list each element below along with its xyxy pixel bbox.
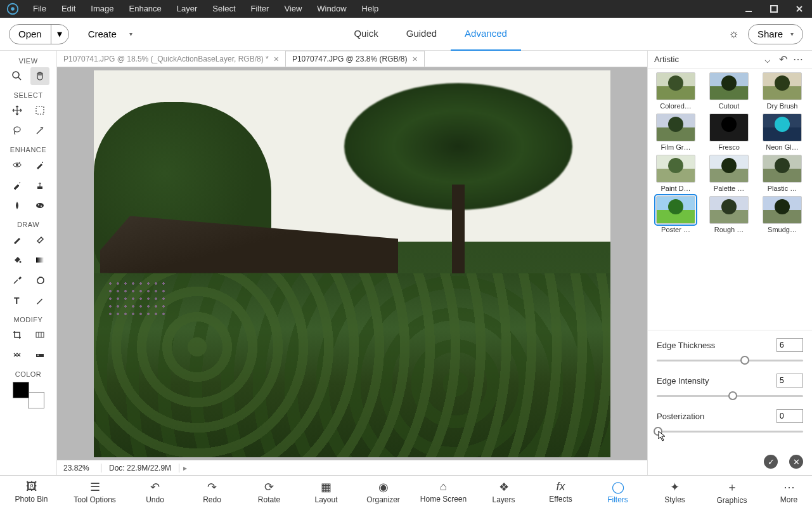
toolbox-section-enhance: ENHANCE bbox=[10, 146, 46, 153]
status-menu[interactable]: ▸ bbox=[179, 464, 191, 472]
foreground-color[interactable] bbox=[13, 382, 29, 398]
bottom-tool-options[interactable]: ☰Tool Options bbox=[63, 476, 127, 508]
bottom-rotate[interactable]: ⟳Rotate bbox=[241, 476, 298, 508]
create-button[interactable]: Create ▾ bbox=[88, 29, 132, 39]
lasso-tool[interactable] bbox=[8, 122, 27, 140]
filter-rough-pastels[interactable]: Rough … bbox=[705, 196, 753, 233]
bottom-styles[interactable]: ✦Styles bbox=[647, 476, 704, 508]
close-icon[interactable]: × bbox=[412, 54, 417, 64]
filter-film-grain[interactable]: Film Gr… bbox=[652, 114, 700, 151]
bottom-graphics[interactable]: ＋Graphics bbox=[704, 476, 761, 508]
panel-menu-icon[interactable]: ⋯ bbox=[790, 53, 806, 65]
brightness-icon[interactable]: ☼ bbox=[728, 27, 739, 41]
paint-bucket-tool[interactable] bbox=[8, 251, 27, 269]
blur-tool[interactable] bbox=[8, 197, 27, 214]
zoom-tool[interactable] bbox=[8, 67, 27, 85]
edge-intensity-slider[interactable] bbox=[657, 391, 803, 400]
bottom-redo[interactable]: ↷Redo bbox=[184, 476, 241, 508]
move-tool[interactable] bbox=[8, 101, 27, 119]
spot-heal-tool[interactable] bbox=[30, 156, 49, 174]
sponge-tool[interactable] bbox=[30, 197, 49, 214]
svg-rect-5 bbox=[36, 107, 44, 114]
magic-wand-tool[interactable] bbox=[30, 122, 49, 140]
maximize-button[interactable] bbox=[761, 0, 787, 18]
zoom-level[interactable]: 23.82% bbox=[57, 464, 101, 472]
cancel-button[interactable]: ✕ bbox=[789, 455, 803, 469]
tab-guided[interactable]: Guided bbox=[392, 18, 451, 51]
menu-image[interactable]: Image bbox=[83, 0, 121, 18]
menu-edit[interactable]: Edit bbox=[54, 0, 83, 18]
menu-view[interactable]: View bbox=[276, 0, 309, 18]
bottom-layout[interactable]: ▦Layout bbox=[298, 476, 355, 508]
brush-tool[interactable] bbox=[8, 231, 27, 249]
close-icon[interactable]: × bbox=[274, 54, 279, 64]
text-tool[interactable]: T bbox=[8, 292, 27, 309]
menu-filter[interactable]: Filter bbox=[243, 0, 277, 18]
filter-colored-pencil[interactable]: Colored… bbox=[652, 72, 700, 110]
bottom-effects[interactable]: fxEffects bbox=[532, 476, 590, 508]
menu-window[interactable]: Window bbox=[309, 0, 354, 18]
filter-plastic-wrap[interactable]: Plastic … bbox=[758, 155, 806, 192]
chevron-down-icon[interactable]: ⌵ bbox=[760, 53, 775, 65]
smart-brush-tool[interactable] bbox=[8, 176, 27, 194]
edge-thickness-slider[interactable] bbox=[657, 356, 803, 365]
filter-category-dropdown[interactable]: Artistic bbox=[654, 55, 760, 64]
filter-paint-daubs[interactable]: Paint D… bbox=[652, 155, 700, 192]
minimize-button[interactable] bbox=[736, 0, 761, 18]
bottom-home-screen[interactable]: ⌂Home Screen bbox=[412, 476, 475, 508]
sliders-icon: ☰ bbox=[90, 480, 100, 494]
menu-help[interactable]: Help bbox=[354, 0, 387, 18]
bottom-organizer[interactable]: ◉Organizer bbox=[355, 476, 412, 508]
share-button[interactable]: Share ▾ bbox=[748, 24, 803, 44]
tab-advanced[interactable]: Advanced bbox=[451, 18, 521, 51]
edge-intensity-input[interactable] bbox=[777, 374, 803, 388]
close-button[interactable] bbox=[787, 0, 812, 18]
document-tab[interactable]: P1070747.JPG @ 23.8% (RGB/8) × bbox=[285, 51, 425, 67]
filter-dry-brush[interactable]: Dry Brush bbox=[758, 72, 806, 110]
bottom-layers[interactable]: ❖Layers bbox=[475, 476, 532, 508]
edge-thickness-input[interactable] bbox=[777, 338, 803, 352]
reset-icon[interactable]: ↶ bbox=[775, 53, 790, 65]
gradient-tool[interactable] bbox=[30, 251, 49, 269]
content-aware-move-tool[interactable] bbox=[8, 346, 27, 364]
filter-poster-edges[interactable]: Poster … bbox=[652, 196, 700, 233]
hand-tool[interactable] bbox=[30, 67, 49, 85]
color-swatch[interactable] bbox=[13, 382, 44, 408]
svg-rect-10 bbox=[37, 186, 42, 189]
bottom-filters[interactable]: ◯Filters bbox=[590, 476, 647, 508]
menu-select[interactable]: Select bbox=[205, 0, 243, 18]
straighten-tool[interactable] bbox=[30, 346, 49, 364]
toolbar-right: ☼ Share ▾ bbox=[728, 24, 803, 44]
crop-tool[interactable] bbox=[8, 326, 27, 344]
eye-tool[interactable] bbox=[8, 156, 27, 174]
background-color[interactable] bbox=[28, 392, 44, 408]
posterization-input[interactable] bbox=[777, 409, 803, 423]
filter-neon-glow[interactable]: Neon Gl… bbox=[758, 114, 806, 151]
marquee-tool[interactable] bbox=[30, 101, 49, 119]
filter-cutout[interactable]: Cutout bbox=[705, 72, 753, 110]
filter-palette-knife[interactable]: Palette … bbox=[705, 155, 753, 192]
bottom-undo[interactable]: ↶Undo bbox=[127, 476, 184, 508]
bottom-photo-bin[interactable]: 🖼Photo Bin bbox=[0, 476, 63, 508]
menu-file[interactable]: File bbox=[25, 0, 54, 18]
pencil-tool[interactable] bbox=[30, 292, 49, 309]
canvas-viewport[interactable] bbox=[57, 67, 647, 460]
clone-stamp-tool[interactable] bbox=[30, 176, 49, 194]
svg-point-19 bbox=[37, 355, 39, 356]
menu-enhance[interactable]: Enhance bbox=[122, 0, 169, 18]
shape-tool[interactable] bbox=[30, 271, 49, 289]
bottom-more[interactable]: ⋯More bbox=[761, 476, 812, 508]
apply-button[interactable]: ✓ bbox=[764, 455, 778, 469]
open-button[interactable]: Open bbox=[10, 25, 51, 44]
filter-smudge-stick[interactable]: Smudg… bbox=[758, 196, 806, 233]
filter-fresco[interactable]: Fresco bbox=[705, 114, 753, 151]
posterization-slider[interactable] bbox=[657, 427, 803, 436]
canvas-area: P1070741.JPG @ 18.5% (_QuickActionBaseLa… bbox=[57, 51, 647, 475]
open-dropdown[interactable]: ▾ bbox=[51, 25, 68, 44]
eyedropper-tool[interactable] bbox=[8, 271, 27, 289]
menu-layer[interactable]: Layer bbox=[169, 0, 205, 18]
recompose-tool[interactable] bbox=[30, 326, 49, 344]
eraser-tool[interactable] bbox=[30, 231, 49, 249]
tab-quick[interactable]: Quick bbox=[340, 18, 392, 51]
document-tab[interactable]: P1070741.JPG @ 18.5% (_QuickActionBaseLa… bbox=[57, 51, 285, 67]
